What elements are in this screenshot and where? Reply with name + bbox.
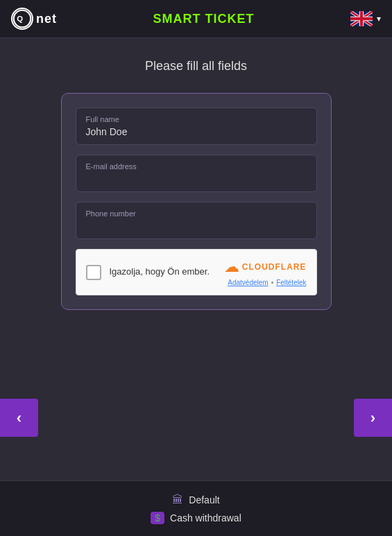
captcha-separator: • — [271, 279, 274, 286]
footer-cash-item: $ Cash withdrawal — [151, 512, 241, 524]
email-field[interactable]: E-mail address — [76, 155, 317, 192]
main-content: Please fill all fields Full name John Do… — [0, 38, 392, 324]
phone-label: Phone number — [86, 209, 307, 218]
captcha-links: Adatvédelem • Feltételek — [228, 279, 306, 286]
full-name-field[interactable]: Full name John Doe — [76, 107, 317, 145]
full-name-label: Full name — [86, 115, 307, 123]
cloudflare-logo: ☁ CLOUDFLARE — [224, 258, 307, 276]
page-subtitle: Please fill all fields — [145, 59, 247, 74]
email-label: E-mail address — [86, 162, 307, 171]
logo-icon: Q — [11, 8, 33, 30]
nav-prev-button[interactable]: ‹ — [0, 399, 38, 437]
logo-text: net — [36, 12, 57, 26]
flag-icon — [350, 11, 373, 26]
footer-default-label: Default — [189, 494, 219, 505]
footer-default-item: 🏛 Default — [172, 494, 219, 506]
app-title: SMART TICKET — [153, 12, 255, 26]
captcha-checkbox[interactable] — [86, 265, 101, 280]
svg-text:Q: Q — [17, 15, 23, 23]
cash-icon-bg: $ — [151, 512, 164, 524]
privacy-link[interactable]: Adatvédelem — [228, 279, 268, 286]
email-placeholder — [86, 173, 307, 184]
app-header: Q net SMART TICKET ▾ — [0, 0, 392, 38]
logo: Q net — [11, 8, 57, 30]
captcha-box[interactable]: Igazolja, hogy Ön ember. ☁ CLOUDFLARE Ad… — [76, 249, 317, 295]
captcha-left: Igazolja, hogy Ön ember. — [86, 265, 210, 280]
footer-cash-label: Cash withdrawal — [170, 512, 241, 524]
qnet-logo-svg: Q — [12, 8, 32, 30]
prev-arrow-icon: ‹ — [17, 409, 22, 427]
full-name-value: John Doe — [86, 126, 307, 137]
phone-placeholder — [86, 221, 307, 232]
cloudflare-cloud-icon: ☁ — [224, 258, 239, 276]
captcha-text: Igazolja, hogy Ön ember. — [110, 266, 210, 278]
bank-icon: 🏛 — [172, 494, 183, 506]
nav-next-button[interactable]: › — [354, 399, 392, 437]
form-card: Full name John Doe E-mail address Phone … — [61, 93, 332, 310]
chevron-down-icon: ▾ — [377, 14, 381, 24]
captcha-right: ☁ CLOUDFLARE Adatvédelem • Feltételek — [224, 258, 307, 286]
language-selector[interactable]: ▾ — [350, 11, 381, 26]
cloudflare-brand-text: CLOUDFLARE — [242, 262, 307, 272]
app-footer: 🏛 Default $ Cash withdrawal — [0, 481, 392, 536]
phone-field[interactable]: Phone number — [76, 202, 317, 239]
dollar-icon: $ — [155, 512, 160, 524]
next-arrow-icon: › — [370, 409, 375, 427]
terms-link[interactable]: Feltételek — [276, 279, 306, 286]
